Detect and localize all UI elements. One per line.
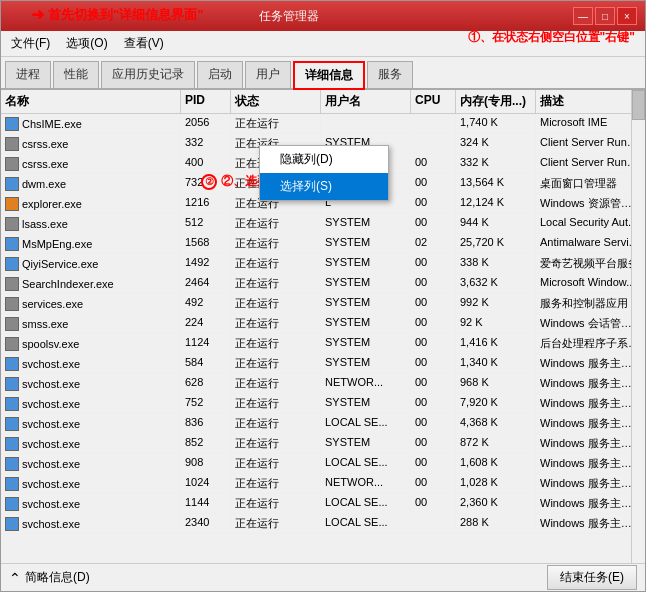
cell-cpu: 00 bbox=[411, 494, 456, 513]
cell-status: 正在运行 bbox=[231, 294, 321, 313]
process-icon bbox=[5, 197, 19, 211]
cell-cpu: 00 bbox=[411, 154, 456, 173]
cell-user: LOCAL SE... bbox=[321, 414, 411, 433]
process-name: lsass.exe bbox=[22, 218, 68, 230]
cell-pid: 584 bbox=[181, 354, 231, 373]
tab-services[interactable]: 服务 bbox=[367, 61, 413, 88]
close-button[interactable]: × bbox=[617, 7, 637, 25]
tab-process[interactable]: 进程 bbox=[5, 61, 51, 88]
menu-file[interactable]: 文件(F) bbox=[5, 33, 56, 54]
process-icon bbox=[5, 257, 19, 271]
minimize-button[interactable]: — bbox=[573, 7, 593, 25]
simple-info[interactable]: 简略信息(D) bbox=[25, 569, 90, 586]
cell-pid: 332 bbox=[181, 134, 231, 153]
process-name: svchost.exe bbox=[22, 518, 80, 530]
cell-desc: Client Server Runti... bbox=[536, 154, 645, 173]
scrollbar[interactable] bbox=[631, 90, 645, 563]
table-row[interactable]: spoolsv.exe 1124 正在运行 SYSTEM 00 1,416 K … bbox=[1, 334, 645, 354]
cell-status: 正在运行 bbox=[231, 494, 321, 513]
table-row[interactable]: svchost.exe 2340 正在运行 LOCAL SE... 288 K … bbox=[1, 514, 645, 534]
table-row[interactable]: svchost.exe 1024 正在运行 NETWOR... 00 1,028… bbox=[1, 474, 645, 494]
tab-app-history[interactable]: 应用历史记录 bbox=[101, 61, 195, 88]
process-icon bbox=[5, 477, 19, 491]
cell-desc: Client Server Runti... bbox=[536, 134, 645, 153]
cell-user: SYSTEM bbox=[321, 434, 411, 453]
cell-name: MsMpEng.exe bbox=[1, 234, 181, 253]
table-row[interactable]: svchost.exe 1144 正在运行 LOCAL SE... 00 2,3… bbox=[1, 494, 645, 514]
cell-desc: Microsoft IME bbox=[536, 114, 645, 133]
cell-pid: 492 bbox=[181, 294, 231, 313]
context-menu: 隐藏列(D) 选择列(S) bbox=[259, 145, 389, 201]
cell-cpu: 00 bbox=[411, 394, 456, 413]
tab-performance[interactable]: 性能 bbox=[53, 61, 99, 88]
cell-pid: 1144 bbox=[181, 494, 231, 513]
col-status[interactable]: 状态 bbox=[231, 90, 321, 113]
table-row[interactable]: smss.exe 224 正在运行 SYSTEM 00 92 K Windows… bbox=[1, 314, 645, 334]
col-pid[interactable]: PID bbox=[181, 90, 231, 113]
table-row[interactable]: svchost.exe 752 正在运行 SYSTEM 00 7,920 K W… bbox=[1, 394, 645, 414]
cell-name: QiyiService.exe bbox=[1, 254, 181, 273]
table-row[interactable]: svchost.exe 584 正在运行 SYSTEM 00 1,340 K W… bbox=[1, 354, 645, 374]
tab-startup[interactable]: 启动 bbox=[197, 61, 243, 88]
col-desc[interactable]: 描述 bbox=[536, 90, 645, 113]
process-icon bbox=[5, 237, 19, 251]
table-row[interactable]: SearchIndexer.exe 2464 正在运行 SYSTEM 00 3,… bbox=[1, 274, 645, 294]
menu-view[interactable]: 查看(V) bbox=[118, 33, 170, 54]
process-icon bbox=[5, 137, 19, 151]
cell-desc: Windows 服务主进程 bbox=[536, 414, 645, 433]
cell-status: 正在运行 bbox=[231, 514, 321, 533]
process-icon bbox=[5, 297, 19, 311]
process-icon bbox=[5, 357, 19, 371]
cell-user: SYSTEM bbox=[321, 254, 411, 273]
cell-name: svchost.exe bbox=[1, 454, 181, 473]
cell-cpu: 00 bbox=[411, 314, 456, 333]
cell-memory: 1,608 K bbox=[456, 454, 536, 473]
process-icon bbox=[5, 397, 19, 411]
col-user[interactable]: 用户名 bbox=[321, 90, 411, 113]
table-row[interactable]: MsMpEng.exe 1568 正在运行 SYSTEM 02 25,720 K… bbox=[1, 234, 645, 254]
table-row[interactable]: svchost.exe 836 正在运行 LOCAL SE... 00 4,36… bbox=[1, 414, 645, 434]
context-menu-select-columns[interactable]: 选择列(S) bbox=[260, 173, 388, 200]
process-name: MsMpEng.exe bbox=[22, 238, 92, 250]
maximize-button[interactable]: □ bbox=[595, 7, 615, 25]
process-icon bbox=[5, 457, 19, 471]
cell-user: SYSTEM bbox=[321, 334, 411, 353]
col-memory[interactable]: 内存(专用...) bbox=[456, 90, 536, 113]
table-row[interactable]: services.exe 492 正在运行 SYSTEM 00 992 K 服务… bbox=[1, 294, 645, 314]
menu-options[interactable]: 选项(O) bbox=[60, 33, 113, 54]
col-name[interactable]: 名称 bbox=[1, 90, 181, 113]
title-text: 任务管理器 bbox=[259, 8, 319, 25]
cell-status: 正在运行 bbox=[231, 274, 321, 293]
context-menu-hide-columns[interactable]: 隐藏列(D) bbox=[260, 146, 388, 173]
cell-name: csrss.exe bbox=[1, 134, 181, 153]
cell-user: SYSTEM bbox=[321, 214, 411, 233]
process-name: svchost.exe bbox=[22, 358, 80, 370]
cell-pid: 1216 bbox=[181, 194, 231, 213]
tab-details[interactable]: 详细信息 bbox=[293, 61, 365, 90]
cell-memory: 872 K bbox=[456, 434, 536, 453]
cell-memory: 992 K bbox=[456, 294, 536, 313]
scrollbar-thumb[interactable] bbox=[632, 90, 645, 120]
col-cpu[interactable]: CPU bbox=[411, 90, 456, 113]
tab-users[interactable]: 用户 bbox=[245, 61, 291, 88]
cell-status: 正在运行 bbox=[231, 114, 321, 133]
process-name: svchost.exe bbox=[22, 438, 80, 450]
table-row[interactable]: svchost.exe 908 正在运行 LOCAL SE... 00 1,60… bbox=[1, 454, 645, 474]
table-row[interactable]: QiyiService.exe 1492 正在运行 SYSTEM 00 338 … bbox=[1, 254, 645, 274]
title-bar-controls: — □ × bbox=[573, 7, 637, 25]
table-row[interactable]: svchost.exe 628 正在运行 NETWOR... 00 968 K … bbox=[1, 374, 645, 394]
end-task-button[interactable]: 结束任务(E) bbox=[547, 565, 637, 590]
cell-user: SYSTEM bbox=[321, 234, 411, 253]
process-name: svchost.exe bbox=[22, 458, 80, 470]
cell-desc: Windows 服务主进程 bbox=[536, 354, 645, 373]
table-row[interactable]: ChsIME.exe 2056 正在运行 1,740 K Microsoft I… bbox=[1, 114, 645, 134]
cell-cpu bbox=[411, 114, 456, 133]
expand-icon[interactable]: ⌃ bbox=[9, 570, 21, 586]
table-row[interactable]: lsass.exe 512 正在运行 SYSTEM 00 944 K Local… bbox=[1, 214, 645, 234]
table-row[interactable]: svchost.exe 852 正在运行 SYSTEM 00 872 K Win… bbox=[1, 434, 645, 454]
cell-memory: 1,340 K bbox=[456, 354, 536, 373]
process-name: services.exe bbox=[22, 298, 83, 310]
title-bar: ➜ 首先切换到"详细信息界面" 任务管理器 — □ × bbox=[1, 1, 645, 31]
cell-pid: 852 bbox=[181, 434, 231, 453]
cell-desc: Microsoft Window... bbox=[536, 274, 645, 293]
